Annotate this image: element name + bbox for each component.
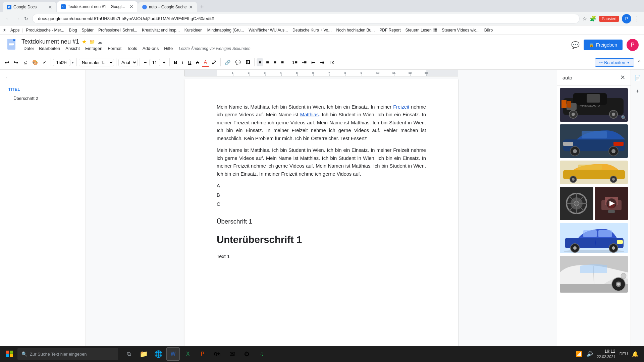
star-icon[interactable]: ★	[82, 39, 87, 45]
tab-google-search[interactable]: auto – Google Suche ✕	[138, 2, 197, 12]
image-result-5[interactable]	[560, 223, 628, 253]
font-size-decrease[interactable]: −	[142, 59, 149, 66]
bookmark-apps[interactable]: Apps	[8, 27, 21, 33]
indent-decrease-button[interactable]: ⇤	[309, 58, 317, 66]
image-result-1[interactable]: VINTAGE AUTO 🔍	[560, 88, 628, 122]
side-icon-2[interactable]: +	[632, 86, 643, 97]
taskbar-icon-chrome[interactable]: 🌐	[152, 347, 165, 361]
tab-close-3[interactable]: ✕	[189, 4, 193, 10]
taskbar-icon-mail[interactable]: ✉	[225, 347, 239, 361]
bold-button[interactable]: B	[172, 58, 179, 66]
back-button[interactable]: ←	[4, 14, 12, 23]
font-size-increase[interactable]: +	[161, 59, 167, 66]
taskbar-icon-store[interactable]: 🛍	[211, 347, 224, 361]
taskbar-search[interactable]: 🔍 Zur Suche Text hier eingeben	[17, 348, 118, 360]
user-avatar[interactable]: P	[627, 39, 639, 51]
zoom-dropdown[interactable]: ▼	[71, 61, 74, 64]
bookmark-prof[interactable]: Professionell Schrei...	[96, 27, 139, 33]
clear-format-button[interactable]: Tx	[327, 58, 336, 66]
new-tab-button[interactable]: +	[198, 2, 207, 12]
side-icon-1[interactable]: 📄	[632, 72, 643, 83]
bookmark-buro[interactable]: Büro	[482, 27, 495, 33]
taskbar-icon-explorer[interactable]: 📁	[137, 347, 150, 361]
outline-back[interactable]: ←	[5, 75, 80, 80]
spell-check-button[interactable]: ✓	[41, 58, 49, 66]
bookmark-deutsch[interactable]: Deutsche Kurs + Vo...	[290, 27, 333, 33]
freizeit-link[interactable]: Freizeit	[393, 104, 409, 110]
matthias-link[interactable]: Matthias	[300, 112, 319, 117]
indent-increase-button[interactable]: ⇥	[318, 58, 326, 66]
clock[interactable]: 19:12 22.02.2021	[597, 349, 615, 359]
print-button[interactable]: 🖨	[21, 58, 30, 66]
bookmark-produktsuche[interactable]: Produktsuche - Mer...	[24, 27, 66, 33]
menu-einfugen[interactable]: Einfügen	[83, 45, 104, 52]
sound-icon[interactable]: 🔊	[586, 351, 593, 357]
taskbar-icon-spotify[interactable]: ♫	[255, 347, 268, 361]
menu-icon[interactable]: ⋮	[634, 15, 640, 22]
menu-addons[interactable]: Add-ons	[141, 45, 161, 52]
taskbar-icon-settings[interactable]: ⚙	[240, 347, 254, 361]
style-select[interactable]: Normaler T...	[79, 59, 114, 66]
redo-button[interactable]: ↪	[12, 58, 20, 67]
forward-button[interactable]: →	[13, 14, 21, 23]
doc-content[interactable]: Mein Name ist Matthias. Ich bin Student …	[217, 103, 426, 261]
tab-google-docs[interactable]: D Google Docs ✕	[3, 2, 56, 12]
align-left-button[interactable]: ≡	[257, 58, 263, 66]
menu-ansicht[interactable]: Ansicht	[63, 45, 82, 52]
align-right-button[interactable]: ≡	[271, 58, 278, 66]
outline-item-titel[interactable]: TITEL	[5, 85, 80, 93]
user-account-icon[interactable]: P	[622, 14, 631, 23]
image-result-4a[interactable]	[560, 187, 593, 220]
share-button[interactable]: 🔒 Freigeben	[584, 40, 623, 50]
align-center-button[interactable]: ≡	[264, 58, 271, 66]
bookmark-steuern2[interactable]: Steuern Videos wic...	[440, 27, 482, 33]
menu-bearbeiten[interactable]: Bearbeiten	[37, 45, 62, 52]
font-select[interactable]: Arial	[118, 59, 138, 66]
tab-close[interactable]: ✕	[48, 4, 52, 10]
star-icon[interactable]: ☆	[582, 15, 587, 22]
edit-mode-button[interactable]: ✏ Bearbeiten ▼	[595, 58, 634, 67]
menu-datei[interactable]: Datei	[21, 45, 36, 52]
start-button[interactable]	[3, 347, 16, 361]
bookmark-pdf[interactable]: PDF Report	[377, 27, 402, 33]
highlight-button[interactable]: 🖊	[210, 58, 218, 66]
collapse-toolbar-button[interactable]: ⌃	[637, 59, 641, 66]
align-justify-button[interactable]: ≡	[279, 58, 286, 66]
outline-item-uberschrift2[interactable]: Überschrift 2	[11, 95, 80, 102]
image-result-6[interactable]	[560, 256, 628, 293]
menu-format[interactable]: Format	[106, 45, 123, 52]
italic-button[interactable]: I	[180, 58, 185, 66]
text-color-button[interactable]: A	[202, 58, 209, 67]
bookmark-steuern1[interactable]: Steuern Lesen !!!!	[404, 27, 439, 33]
tab-textdokument[interactable]: D Textdokument neu #1 – Google ... ✕	[57, 1, 138, 12]
comment-button[interactable]: 💬	[233, 58, 243, 66]
bookmark-blog[interactable]: Blog	[67, 27, 79, 33]
network-icon[interactable]: 📶	[576, 351, 582, 357]
menu-hilfe[interactable]: Hilfe	[162, 45, 175, 52]
extensions-icon[interactable]: 🧩	[590, 15, 596, 22]
reload-button[interactable]: ↻	[23, 15, 30, 23]
folder-icon[interactable]: 📁	[89, 39, 95, 45]
paint-format-button[interactable]: 🎨	[30, 58, 40, 66]
menu-tools[interactable]: Tools	[125, 45, 139, 52]
zoom-input[interactable]	[53, 59, 70, 66]
bookmark-kreativ[interactable]: Kreativität und Insp...	[140, 27, 182, 33]
zoom-control[interactable]: ▼	[53, 59, 74, 66]
bookmark-kursideen[interactable]: Kursideen	[182, 27, 205, 33]
bookmark-mindmap[interactable]: Mindmapping (Gru...	[205, 27, 246, 33]
close-panel-button[interactable]: ✕	[620, 74, 625, 81]
bookmark-wahlfach[interactable]: Wahlfächer WU Aus...	[247, 27, 290, 33]
tab-close-2[interactable]: ✕	[129, 4, 133, 9]
strikethrough-button[interactable]: A	[194, 58, 201, 66]
underline-button[interactable]: U	[186, 58, 193, 66]
font-size-input[interactable]	[149, 59, 160, 66]
taskbar-icon-excel[interactable]: X	[181, 347, 195, 361]
address-input[interactable]: docs.google.com/document/d/1hUH8k6h7Lb8y…	[32, 14, 580, 23]
notifications-icon[interactable]: 🔔	[632, 351, 639, 357]
image-result-2[interactable]	[560, 124, 628, 158]
comment-icon[interactable]: 💬	[571, 41, 580, 49]
unordered-list-button[interactable]: •≡	[300, 58, 309, 66]
ordered-list-button[interactable]: 1≡	[290, 58, 300, 66]
image-result-3[interactable]	[560, 161, 628, 184]
cloud-icon[interactable]: ☁	[98, 39, 102, 45]
